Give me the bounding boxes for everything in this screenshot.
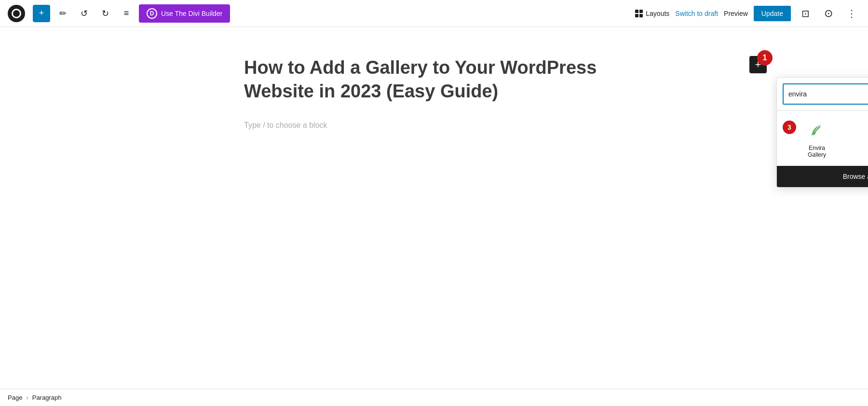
- breadcrumb-page[interactable]: Page: [8, 394, 22, 401]
- sidebar-toggle-icon: ⊡: [801, 8, 810, 19]
- step-badge-1: 1: [757, 50, 773, 66]
- block-placeholder[interactable]: Type / to choose a block: [236, 115, 632, 135]
- step-badge-3: 3: [783, 121, 796, 134]
- redo-icon: ↻: [102, 8, 109, 19]
- update-button[interactable]: Update: [754, 6, 791, 21]
- divi-icon: D: [147, 8, 157, 19]
- wp-logo-button[interactable]: [8, 5, 25, 22]
- browse-all-button[interactable]: Browse all: [777, 166, 868, 187]
- search-box: 2 ×: [777, 78, 868, 111]
- pencil-icon: ✏: [59, 8, 67, 19]
- undo-button[interactable]: ↺: [75, 5, 93, 22]
- sidebar-toggle-button[interactable]: ⊡: [797, 5, 814, 22]
- wp-logo-icon: [12, 9, 21, 18]
- tools-icon: ≡: [124, 8, 129, 18]
- user-avatar-button[interactable]: ⊙: [820, 5, 837, 22]
- block-results: 3 Envira Gallery: [777, 111, 868, 166]
- block-search-input[interactable]: [788, 90, 868, 98]
- add-block-area: 1 + 2 ×: [749, 56, 767, 73]
- preview-button[interactable]: Preview: [724, 10, 748, 17]
- add-block-toolbar-button[interactable]: +: [33, 5, 50, 22]
- post-title[interactable]: How to Add a Gallery to Your WordPress W…: [236, 56, 632, 104]
- switch-to-draft-button[interactable]: Switch to draft: [675, 10, 718, 17]
- envira-gallery-icon: [805, 119, 828, 142]
- plus-icon: +: [39, 8, 44, 18]
- breadcrumb-separator: ›: [26, 394, 28, 401]
- layouts-icon: [635, 10, 643, 17]
- toolbar-right: Layouts Switch to draft Preview Update ⊡…: [635, 5, 860, 22]
- envira-gallery-label: Envira Gallery: [800, 145, 834, 158]
- divi-builder-button[interactable]: D Use The Divi Builder: [139, 4, 230, 23]
- block-inserter-popup: 2 × 3: [776, 77, 868, 188]
- status-bar: Page › Paragraph: [0, 389, 868, 406]
- tools-button[interactable]: ≡: [118, 5, 135, 22]
- edit-button[interactable]: ✏: [54, 5, 71, 22]
- options-menu-button[interactable]: ⋮: [843, 5, 860, 22]
- user-avatar-icon: ⊙: [824, 7, 833, 20]
- block-result-row: 3 Envira Gallery: [783, 119, 868, 158]
- envira-gallery-block-item[interactable]: Envira Gallery: [800, 119, 834, 158]
- redo-button[interactable]: ↻: [96, 5, 114, 22]
- breadcrumb-block[interactable]: Paragraph: [32, 394, 62, 401]
- ellipsis-icon: ⋮: [847, 8, 856, 19]
- search-input-wrapper: 2 ×: [783, 83, 868, 105]
- undo-icon: ↺: [81, 8, 88, 19]
- toolbar: + ✏ ↺ ↻ ≡ D Use The Divi Builder Layouts…: [0, 0, 868, 27]
- layouts-button[interactable]: Layouts: [635, 10, 669, 17]
